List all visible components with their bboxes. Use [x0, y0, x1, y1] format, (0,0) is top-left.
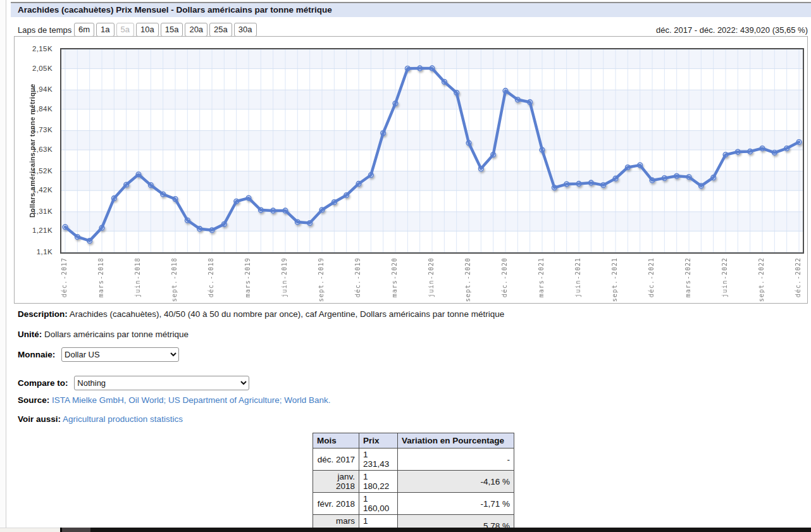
table-cell-variation: -1,71 %: [398, 493, 514, 515]
source-label: Source:: [18, 395, 49, 405]
y-tick-label: 1,84K: [15, 105, 56, 113]
y-tick-label: 1,63K: [15, 145, 56, 153]
description-label: Description:: [18, 309, 68, 319]
chart-container: Dollars américains par tonne métrique 2,…: [14, 36, 808, 304]
x-tick-label: déc.-2019: [354, 257, 361, 297]
y-tick-label: 1,73K: [15, 126, 56, 133]
timespan-button-1a[interactable]: 1a: [96, 23, 114, 37]
table-header-variation: Variation en Pourcentage: [398, 433, 514, 448]
page-title: Arachides (cacahuètes) Prix Mensuel - Do…: [11, 2, 811, 17]
bottom-taskbar-edge: [0, 528, 811, 532]
x-tick-label: sept.-2019: [318, 257, 325, 302]
currency-label: Monnaie:: [18, 350, 55, 359]
see-also-link[interactable]: Agricultural production statistics: [63, 414, 183, 424]
description-text: Arachides (cacahuètes), 40/50 (40 à 50 d…: [70, 309, 504, 319]
table-header-month: Mois: [313, 433, 359, 448]
x-tick-label: déc.-2020: [501, 257, 508, 297]
x-tick-label: juin-2018: [134, 257, 141, 297]
x-tick-label: juin-2020: [428, 257, 435, 297]
y-tick-label: 1,42K: [15, 186, 56, 194]
see-also-line: Voir aussi: Agricultural production stat…: [18, 414, 183, 424]
table-cell-price: 1 160,00: [359, 493, 398, 515]
x-tick-label: mars-2022: [684, 257, 691, 297]
left-frame-edge: [0, 0, 6, 532]
y-tick-label: 2,05K: [15, 65, 56, 72]
range-summary: déc. 2017 - déc. 2022: 439,020 (35,65 %): [656, 25, 808, 35]
table-row: déc. 20171 231,43-: [313, 448, 514, 471]
x-tick-label: sept.-2022: [758, 257, 765, 302]
timespan-button-6m[interactable]: 6m: [74, 23, 94, 37]
table-row: févr. 20181 160,00-1,71 %: [313, 493, 514, 515]
timespan-buttons: 6m1a5a10a15a20a25a30a: [74, 23, 259, 37]
x-tick-label: juin-2021: [574, 257, 581, 297]
x-tick-label: sept.-2018: [171, 257, 178, 302]
timespan-button-30a[interactable]: 30a: [234, 23, 257, 37]
y-tick-label: 1,1K: [15, 248, 56, 256]
x-tick-label: sept.-2020: [464, 257, 471, 302]
compare-label: Compare to:: [18, 378, 68, 388]
table-cell-price: 1 180,22: [359, 471, 398, 493]
description-line: Description: Arachides (cacahuètes), 40/…: [18, 309, 504, 319]
table-cell-variation: -4,16 %: [398, 471, 514, 493]
x-tick-label: mars-2020: [391, 257, 398, 297]
x-tick-label: mars-2021: [538, 257, 545, 297]
timespan-button-5a: 5a: [116, 23, 134, 37]
price-table: MoisPrixVariation en Pourcentage déc. 20…: [313, 433, 514, 532]
table-header-row: MoisPrixVariation en Pourcentage: [313, 433, 514, 448]
x-tick-label: juin-2019: [281, 257, 288, 297]
currency-select[interactable]: Dollar US: [61, 347, 179, 362]
taskbar-segment-dark: [90, 528, 811, 532]
source-link[interactable]: ISTA Mielke GmbH, Oil World; US Departme…: [52, 395, 330, 405]
taskbar-segment-gray[interactable]: [60, 528, 90, 532]
x-tick-label: juin-2022: [721, 257, 728, 297]
compare-select[interactable]: Nothing: [74, 376, 249, 390]
see-also-label: Voir aussi:: [18, 414, 61, 424]
table-cell-month: janv. 2018: [313, 471, 359, 493]
x-tick-label: déc.-2022: [795, 257, 802, 297]
timespan-button-20a[interactable]: 20a: [185, 23, 207, 37]
x-tick-label: déc.-2021: [648, 257, 655, 297]
source-line: Source: ISTA Mielke GmbH, Oil World; US …: [18, 395, 330, 405]
table-row: janv. 20181 180,22-4,16 %: [313, 471, 514, 493]
unit-line: Unité: Dollars américains par tonne métr…: [18, 330, 189, 339]
timespan-button-25a[interactable]: 25a: [209, 23, 232, 37]
compare-line: Compare to: Nothing: [18, 376, 249, 390]
timespan-button-10a[interactable]: 10a: [136, 23, 159, 37]
x-tick-label: mars-2018: [97, 257, 104, 297]
y-tick-label: 1,31K: [15, 207, 56, 215]
timespan-button-15a[interactable]: 15a: [161, 23, 183, 37]
table-cell-month: févr. 2018: [313, 493, 359, 515]
timespan-label: Laps de temps: [18, 25, 71, 35]
table-cell-variation: -: [398, 448, 514, 471]
page: Arachides (cacahuètes) Prix Mensuel - Do…: [0, 0, 811, 532]
y-tick-label: 2,15K: [15, 45, 56, 53]
table-cell-month: déc. 2017: [313, 448, 359, 471]
x-tick-label: déc.-2017: [61, 257, 68, 297]
x-tick-label: mars-2019: [244, 257, 251, 297]
y-tick-label: 1,21K: [15, 226, 56, 234]
x-tick-label: sept.-2021: [611, 257, 618, 302]
unit-label: Unité:: [18, 330, 42, 339]
currency-line: Monnaie: Dollar US: [18, 347, 179, 362]
table-cell-price: 1 231,43: [359, 448, 398, 471]
y-tick-label: 1,52K: [15, 167, 56, 175]
unit-text: Dollars américains par tonne métrique: [44, 330, 189, 339]
table-header-price: Prix: [359, 433, 398, 448]
y-tick-label: 1,94K: [15, 85, 56, 93]
price-line-chart: [61, 49, 803, 252]
x-tick-label: déc.-2018: [207, 257, 214, 297]
chart-plot-area[interactable]: [60, 48, 804, 254]
taskbar-segment-light: [0, 528, 60, 532]
